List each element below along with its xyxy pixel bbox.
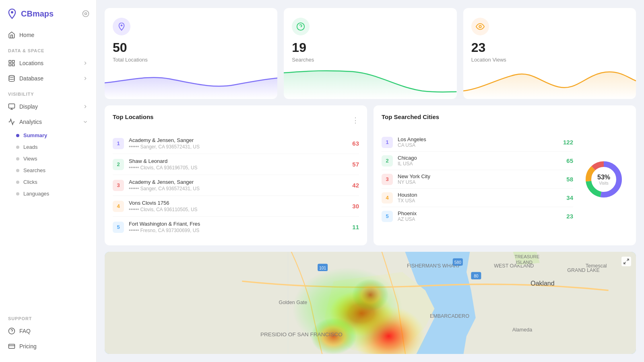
location-name: Academy & Jensen, Sanger xyxy=(129,179,347,185)
svg-rect-3 xyxy=(9,60,11,62)
location-info: Shaw & Leonard •••••• Clovis, CA 9361967… xyxy=(129,158,347,171)
city-sub: AZ USA xyxy=(398,216,561,222)
svg-text:ISLAND: ISLAND xyxy=(516,260,533,265)
top-locations-title: Top Locations xyxy=(113,113,153,120)
location-addr: •••••• Clovis, CA 936110505, US xyxy=(129,207,347,212)
rank-badge: 1 xyxy=(382,137,393,148)
svg-marker-25 xyxy=(105,252,288,354)
svg-rect-8 xyxy=(9,104,15,108)
sidebar-item-home[interactable]: Home xyxy=(0,27,96,43)
rank-badge: 2 xyxy=(113,159,124,170)
rank-badge: 4 xyxy=(382,192,393,204)
city-name: Los Angeles xyxy=(398,136,558,142)
svg-text:580: 580 xyxy=(454,260,461,265)
sidebar-sub-item-leads[interactable]: Leads xyxy=(0,141,96,153)
top-cities-title: Top Searched Cities xyxy=(382,113,439,120)
city-sub: TX USA xyxy=(398,198,561,204)
sub-dot xyxy=(16,169,19,172)
sidebar-item-pricing[interactable]: Pricing xyxy=(0,339,96,354)
locations-chart-svg xyxy=(105,67,277,99)
stat-number: 50 xyxy=(113,40,269,55)
location-name: Fort Washington & Friant, Fres xyxy=(129,221,347,227)
city-count: 65 xyxy=(566,157,573,164)
location-addr: •••••• Sanger, CA 936572431, US xyxy=(129,186,347,191)
sidebar: CBmaps Home DATA & SPACE Locations Datab… xyxy=(0,0,97,362)
card-header: Top Searched Cities xyxy=(382,113,628,127)
city-row[interactable]: 5 Phoenix AZ USA 23 xyxy=(382,207,573,225)
sidebar-item-database[interactable]: Database xyxy=(0,71,96,86)
location-row[interactable]: 3 Academy & Jensen, Sanger •••••• Sanger… xyxy=(113,175,359,196)
map-expand-button[interactable] xyxy=(621,257,631,266)
location-count: 42 xyxy=(352,182,359,189)
location-row[interactable]: 4 Vons Clovis 1756 •••••• Clovis, CA 936… xyxy=(113,196,359,217)
rank-badge: 5 xyxy=(382,211,393,222)
sidebar-section-data-space: DATA & SPACE xyxy=(0,43,96,56)
svg-line-53 xyxy=(627,259,629,261)
city-row[interactable]: 3 New York City NY USA 58 xyxy=(382,170,573,189)
svg-point-7 xyxy=(9,76,14,78)
database-icon xyxy=(8,75,15,82)
sub-dot xyxy=(16,146,19,149)
svg-text:PRESIDIO OF SAN FRANCISCO: PRESIDIO OF SAN FRANCISCO xyxy=(260,331,343,337)
sidebar-sub-item-views[interactable]: Views xyxy=(0,153,96,165)
stat-chart xyxy=(284,67,456,99)
sidebar-item-display[interactable]: Display xyxy=(0,99,96,114)
svg-rect-6 xyxy=(12,64,14,66)
sidebar-section-visibility: VISIBILITY xyxy=(0,86,96,99)
sidebar-sub-label: Clicks xyxy=(23,179,37,185)
location-addr: •••••• Sanger, CA 936572431, US xyxy=(129,144,347,150)
sidebar-item-label: Database xyxy=(19,75,43,82)
home-icon xyxy=(8,31,15,39)
city-row[interactable]: 4 Houston TX USA 34 xyxy=(382,189,573,207)
sidebar-item-faq[interactable]: FAQ xyxy=(0,323,96,339)
svg-text:TREASURE: TREASURE xyxy=(514,254,539,259)
location-info: Fort Washington & Friant, Fres •••••• Fr… xyxy=(129,221,347,233)
city-sub: IL USA xyxy=(398,161,561,167)
location-count: 57 xyxy=(352,161,359,168)
location-row[interactable]: 5 Fort Washington & Friant, Fres •••••• … xyxy=(113,217,359,237)
stat-label: Total Locations xyxy=(113,57,269,63)
location-name: Shaw & Leonard xyxy=(129,158,347,164)
donut-chart: 53% Visits xyxy=(584,159,624,200)
map-card: FISHERMAN'S WHARF Golden Gate PRESIDIO O… xyxy=(105,252,636,354)
city-info: Houston TX USA xyxy=(398,192,561,204)
donut-pct: 53% xyxy=(597,173,610,181)
rank-badge: 5 xyxy=(113,222,124,233)
stat-number: 19 xyxy=(292,40,448,55)
settings-icon[interactable] xyxy=(82,10,90,18)
display-icon xyxy=(8,103,15,110)
stat-icon-wrap xyxy=(113,18,130,35)
city-count: 23 xyxy=(566,213,573,220)
more-options-button[interactable]: ⋮ xyxy=(352,116,359,125)
svg-rect-4 xyxy=(12,60,14,62)
location-addr: •••••• Clovis, CA 936196705, US xyxy=(129,165,347,171)
middle-row: Top Locations ⋮ 1 Academy & Jensen, Sang… xyxy=(105,105,636,245)
stat-chart xyxy=(105,67,277,99)
sidebar-sub-item-clicks[interactable]: Clicks xyxy=(0,176,96,188)
sidebar-item-locations[interactable]: Locations xyxy=(0,56,96,71)
svg-text:EMBARCADERO: EMBARCADERO xyxy=(430,313,469,319)
svg-text:Oakland: Oakland xyxy=(530,280,554,287)
sidebar-sub-item-summary[interactable]: Summary xyxy=(0,130,96,141)
main-content: 50 Total Locations xyxy=(97,0,644,362)
sidebar-item-label: Display xyxy=(19,103,38,110)
location-row[interactable]: 1 Academy & Jensen, Sanger •••••• Sanger… xyxy=(113,133,359,154)
city-name: Chicago xyxy=(398,155,561,161)
city-count: 58 xyxy=(566,176,573,183)
city-row[interactable]: 1 Los Angeles CA USA 122 xyxy=(382,133,573,152)
sidebar-item-analytics[interactable]: Analytics xyxy=(0,114,96,130)
svg-point-0 xyxy=(11,11,13,14)
rank-badge: 1 xyxy=(113,138,124,149)
rank-badge: 3 xyxy=(113,180,124,191)
app-name[interactable]: CBmaps xyxy=(6,8,54,19)
location-name: Vons Clovis 1756 xyxy=(129,200,347,206)
location-pin-icon xyxy=(117,22,126,31)
location-count: 11 xyxy=(352,224,359,230)
faq-icon xyxy=(8,327,15,335)
locations-icon xyxy=(8,60,15,67)
sidebar-sub-item-languages[interactable]: Languages xyxy=(0,188,96,200)
sidebar-sub-item-searches[interactable]: Searches xyxy=(0,165,96,176)
searches-chart-svg xyxy=(284,67,456,99)
city-row[interactable]: 2 Chicago IL USA 65 xyxy=(382,152,573,170)
location-row[interactable]: 2 Shaw & Leonard •••••• Clovis, CA 93619… xyxy=(113,154,359,175)
